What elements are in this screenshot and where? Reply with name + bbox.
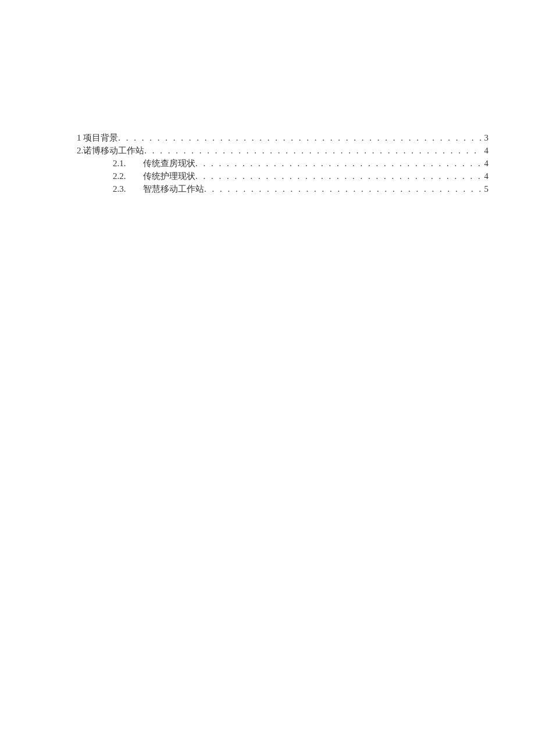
toc-leader-dots [195, 170, 482, 182]
toc-leader-dots [204, 182, 482, 195]
toc-entry[interactable]: 2.诺博移动工作站 4 [77, 144, 488, 157]
toc-entry-page: 3 [482, 131, 489, 144]
toc-entry-number: 2.1. [113, 157, 143, 170]
toc-entry[interactable]: 2.3. 智慧移动工作站 5 [77, 182, 488, 195]
document-page: 1 项目背景 3 2.诺博移动工作站 4 2.1. 传统查房现状 4 2.2. … [0, 0, 535, 756]
toc-entry-page: 4 [482, 144, 489, 157]
toc-entry-label: 2.诺博移动工作站 [77, 144, 144, 157]
toc-entry[interactable]: 2.1. 传统查房现状 4 [77, 157, 488, 170]
toc-entry-page: 4 [482, 157, 489, 170]
toc-entry[interactable]: 1 项目背景 3 [77, 131, 488, 144]
toc-entry-label: 1 项目背景 [77, 131, 118, 144]
toc-entry-page: 5 [482, 182, 489, 195]
toc-entry-label: 传统查房现状 [143, 157, 195, 170]
toc-leader-dots [144, 144, 482, 157]
toc-entry[interactable]: 2.2. 传统护理现状 4 [77, 170, 488, 182]
toc-entry-page: 4 [482, 170, 489, 182]
toc-entry-number: 2.2. [113, 170, 143, 182]
toc-entry-number: 2.3. [113, 182, 143, 195]
toc-leader-dots [118, 131, 482, 144]
table-of-contents: 1 项目背景 3 2.诺博移动工作站 4 2.1. 传统查房现状 4 2.2. … [77, 131, 488, 195]
toc-entry-label: 传统护理现状 [143, 170, 195, 182]
toc-entry-label: 智慧移动工作站 [143, 182, 204, 195]
toc-leader-dots [195, 157, 482, 170]
